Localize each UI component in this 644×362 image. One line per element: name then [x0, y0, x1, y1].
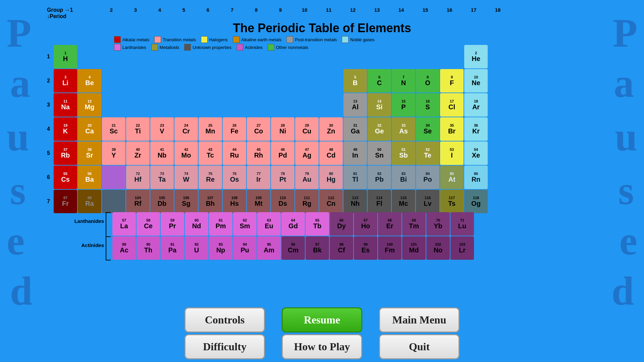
element-115: 115Mc	[392, 190, 415, 213]
element-31: 31Ga	[343, 117, 367, 141]
groups-header: 2 3 4 5 6 7 8 9 10 11 12 13 14 15 16 17 …	[75, 7, 597, 13]
paused-e-right: e	[620, 218, 637, 264]
element-90: 90Th	[137, 236, 160, 260]
element-114: 114Fl	[368, 190, 391, 213]
empty-1-17	[440, 45, 464, 68]
empty-1-7	[199, 45, 222, 68]
paused-p-left: P	[7, 10, 31, 56]
element-80: 80Hg	[319, 166, 343, 189]
element-84: 84Po	[416, 166, 439, 189]
element-85: 85At	[440, 166, 464, 189]
empty-1-2	[78, 45, 101, 68]
element-64: 64Gd	[281, 212, 305, 236]
element-82: 82Pb	[368, 166, 391, 189]
element-46: 46Pd	[271, 141, 294, 165]
element-15: 15P	[392, 93, 415, 117]
element-67: 67Ho	[354, 212, 377, 236]
actinides-label: Actinides	[54, 242, 106, 248]
element-32: 32Ge	[368, 117, 391, 141]
element-83: 83Bi	[392, 166, 415, 189]
how-to-play-button[interactable]: How to Play	[282, 334, 362, 359]
element-70: 70Yb	[426, 212, 450, 236]
element-45: 45Rh	[247, 141, 270, 165]
element-61: 61Pm	[209, 212, 232, 236]
empty-3-6	[174, 93, 198, 117]
element-8: 8O	[416, 69, 439, 93]
empty-2-12	[319, 69, 343, 93]
lanthanides-label: Lanthanides	[54, 218, 106, 224]
element-72: 72Hf	[126, 166, 150, 189]
empty-3-3	[102, 93, 125, 117]
paused-a-right: a	[614, 60, 634, 107]
element-101: 101Md	[402, 236, 426, 260]
paused-u-left: u	[7, 114, 29, 160]
element-98: 98Cf	[330, 236, 353, 260]
quit-button[interactable]: Quit	[379, 334, 460, 359]
element-94: 94Pu	[233, 236, 257, 260]
element-99: 99Es	[354, 236, 377, 260]
paused-p-right: P	[613, 10, 637, 56]
difficulty-button[interactable]: Difficulty	[184, 334, 265, 359]
empty-1-14	[368, 45, 391, 68]
empty-1-8	[223, 45, 246, 68]
element-40: 40Zr	[126, 141, 150, 165]
element-107: 107Bh	[199, 190, 222, 213]
element-12: 12Mg	[78, 93, 101, 117]
element-3: 3Li	[54, 69, 77, 93]
main-menu-button[interactable]: Main Menu	[379, 307, 460, 333]
element-44: 44Ru	[223, 141, 246, 165]
paused-a-left: a	[10, 60, 30, 107]
element-76: 76Os	[223, 166, 246, 189]
group-label: Group →1	[47, 7, 73, 13]
empty-2-3	[102, 69, 125, 93]
empty-3-4	[126, 93, 150, 117]
element-60: 60Nd	[185, 212, 208, 236]
paused-e-left: e	[7, 218, 24, 264]
empty-1-4	[126, 45, 150, 68]
element-93: 93Np	[209, 236, 232, 260]
empty-1-3	[102, 45, 125, 68]
empty-2-7	[199, 69, 222, 93]
buttons-row-2: Difficulty How to Play Quit	[47, 334, 597, 359]
element-97: 97Bk	[306, 236, 329, 260]
element-43: 43Tc	[199, 141, 222, 165]
element-57: 57La	[112, 212, 136, 236]
element-20: 20Ca	[78, 117, 101, 141]
element-1: 1H	[54, 45, 77, 68]
element-35: 35Br	[440, 117, 464, 141]
element-4: 4Be	[78, 69, 101, 93]
element-50: 50Sn	[368, 141, 391, 165]
element-23: 23V	[150, 117, 174, 141]
empty-2-9	[247, 69, 270, 93]
element-39: 39Y	[102, 141, 125, 165]
controls-button[interactable]: Controls	[184, 307, 265, 333]
element-113: 113Nh	[343, 190, 367, 213]
element-68: 68Er	[378, 212, 401, 236]
empty-3-10	[271, 93, 294, 117]
empty-3-9	[247, 93, 270, 117]
element-19: 19K	[54, 117, 77, 141]
element-65: 65Tb	[306, 212, 329, 236]
element-26: 26Fe	[223, 117, 246, 141]
element-100: 100Fm	[378, 236, 401, 260]
element-52: 52Te	[416, 141, 439, 165]
resume-button[interactable]: Resume	[282, 307, 362, 333]
element-96: 96Cm	[281, 236, 305, 260]
element-89	[102, 190, 125, 213]
element-5: 5B	[343, 69, 367, 93]
empty-3-8	[223, 93, 246, 117]
empty-2-4	[126, 69, 150, 93]
element-9: 9F	[440, 69, 464, 93]
element-112: 112Cn	[319, 190, 343, 213]
element-18: 18Ar	[464, 93, 488, 117]
element-103: 103Lr	[450, 236, 474, 260]
element-2: 2He	[464, 45, 488, 68]
element-6: 6C	[368, 69, 391, 93]
buttons-row-1: Controls Resume Main Menu	[47, 307, 597, 333]
empty-1-15	[392, 45, 415, 68]
empty-1-13	[343, 45, 367, 68]
paused-u-right: u	[615, 114, 637, 160]
element-111: 111Rg	[295, 190, 319, 213]
element-116: 116Lv	[416, 190, 439, 213]
element-117: 117Ts	[440, 190, 464, 213]
